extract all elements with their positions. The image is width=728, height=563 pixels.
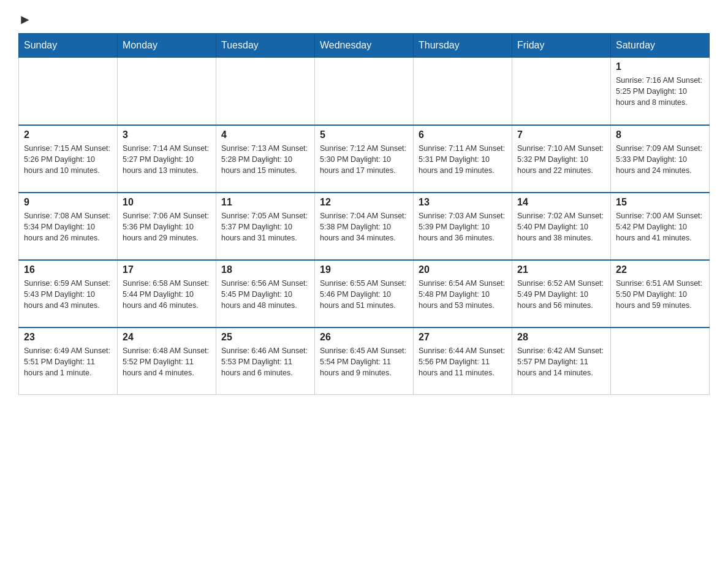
weekday-header-tuesday: Tuesday — [216, 34, 315, 58]
calendar-cell: 23Sunrise: 6:49 AM Sunset: 5:51 PM Dayli… — [19, 327, 118, 395]
day-info: Sunrise: 7:10 AM Sunset: 5:32 PM Dayligh… — [517, 143, 605, 176]
day-info: Sunrise: 6:49 AM Sunset: 5:51 PM Dayligh… — [24, 345, 112, 378]
day-info: Sunrise: 7:05 AM Sunset: 5:37 PM Dayligh… — [221, 210, 309, 243]
day-info: Sunrise: 6:54 AM Sunset: 5:48 PM Dayligh… — [419, 278, 507, 311]
calendar-cell: 22Sunrise: 6:51 AM Sunset: 5:50 PM Dayli… — [611, 260, 710, 327]
calendar-week-row: 16Sunrise: 6:59 AM Sunset: 5:43 PM Dayli… — [19, 260, 710, 327]
calendar-cell: 27Sunrise: 6:44 AM Sunset: 5:56 PM Dayli… — [414, 327, 512, 395]
calendar-cell: 11Sunrise: 7:05 AM Sunset: 5:37 PM Dayli… — [216, 193, 315, 260]
calendar-cell: 1Sunrise: 7:16 AM Sunset: 5:25 PM Daylig… — [611, 58, 710, 125]
calendar-cell: 17Sunrise: 6:58 AM Sunset: 5:44 PM Dayli… — [118, 260, 216, 327]
day-number: 16 — [24, 264, 112, 275]
day-info: Sunrise: 7:02 AM Sunset: 5:40 PM Dayligh… — [517, 210, 605, 243]
day-info: Sunrise: 7:11 AM Sunset: 5:31 PM Dayligh… — [419, 143, 507, 176]
day-info: Sunrise: 7:06 AM Sunset: 5:36 PM Dayligh… — [123, 210, 211, 243]
calendar-cell: 20Sunrise: 6:54 AM Sunset: 5:48 PM Dayli… — [414, 260, 512, 327]
weekday-header-row: SundayMondayTuesdayWednesdayThursdayFrid… — [19, 34, 710, 58]
day-info: Sunrise: 6:51 AM Sunset: 5:50 PM Dayligh… — [616, 278, 704, 311]
calendar-cell: 13Sunrise: 7:03 AM Sunset: 5:39 PM Dayli… — [414, 193, 512, 260]
calendar-cell: 24Sunrise: 6:48 AM Sunset: 5:52 PM Dayli… — [118, 327, 216, 395]
page-header: ► — [18, 12, 710, 27]
day-info: Sunrise: 6:58 AM Sunset: 5:44 PM Dayligh… — [123, 278, 211, 311]
calendar-cell: 18Sunrise: 6:56 AM Sunset: 5:45 PM Dayli… — [216, 260, 315, 327]
calendar-cell: 16Sunrise: 6:59 AM Sunset: 5:43 PM Dayli… — [19, 260, 118, 327]
day-number: 3 — [123, 129, 211, 140]
day-number: 12 — [320, 197, 408, 208]
day-number: 24 — [123, 332, 211, 343]
day-number: 17 — [123, 264, 211, 275]
day-number: 11 — [221, 197, 309, 208]
day-number: 7 — [517, 129, 605, 140]
day-number: 21 — [517, 264, 605, 275]
calendar-week-row: 1Sunrise: 7:16 AM Sunset: 5:25 PM Daylig… — [19, 58, 710, 125]
day-number: 13 — [419, 197, 507, 208]
day-number: 5 — [320, 129, 408, 140]
calendar-cell: 7Sunrise: 7:10 AM Sunset: 5:32 PM Daylig… — [512, 125, 611, 193]
calendar-cell — [19, 58, 118, 125]
day-info: Sunrise: 6:56 AM Sunset: 5:45 PM Dayligh… — [221, 278, 309, 311]
day-info: Sunrise: 6:55 AM Sunset: 5:46 PM Dayligh… — [320, 278, 408, 311]
day-info: Sunrise: 7:13 AM Sunset: 5:28 PM Dayligh… — [221, 143, 309, 176]
weekday-header-thursday: Thursday — [414, 34, 512, 58]
calendar-cell — [512, 58, 611, 125]
day-info: Sunrise: 6:48 AM Sunset: 5:52 PM Dayligh… — [123, 345, 211, 378]
day-number: 19 — [320, 264, 408, 275]
logo-top-line: ► — [18, 12, 32, 27]
day-number: 14 — [517, 197, 605, 208]
day-number: 25 — [221, 332, 309, 343]
weekday-header-sunday: Sunday — [19, 34, 118, 58]
calendar-cell: 21Sunrise: 6:52 AM Sunset: 5:49 PM Dayli… — [512, 260, 611, 327]
calendar-cell: 8Sunrise: 7:09 AM Sunset: 5:33 PM Daylig… — [611, 125, 710, 193]
day-info: Sunrise: 6:45 AM Sunset: 5:54 PM Dayligh… — [320, 345, 408, 378]
day-number: 2 — [24, 129, 112, 140]
day-info: Sunrise: 6:46 AM Sunset: 5:53 PM Dayligh… — [221, 345, 309, 378]
day-number: 8 — [616, 129, 704, 140]
day-number: 22 — [616, 264, 704, 275]
day-info: Sunrise: 7:04 AM Sunset: 5:38 PM Dayligh… — [320, 210, 408, 243]
day-info: Sunrise: 7:00 AM Sunset: 5:42 PM Dayligh… — [616, 210, 704, 243]
day-info: Sunrise: 7:14 AM Sunset: 5:27 PM Dayligh… — [123, 143, 211, 176]
day-number: 6 — [419, 129, 507, 140]
day-info: Sunrise: 6:52 AM Sunset: 5:49 PM Dayligh… — [517, 278, 605, 311]
calendar-cell: 3Sunrise: 7:14 AM Sunset: 5:27 PM Daylig… — [118, 125, 216, 193]
calendar-cell — [414, 58, 512, 125]
weekday-header-monday: Monday — [118, 34, 216, 58]
day-info: Sunrise: 6:42 AM Sunset: 5:57 PM Dayligh… — [517, 345, 605, 378]
calendar-week-row: 2Sunrise: 7:15 AM Sunset: 5:26 PM Daylig… — [19, 125, 710, 193]
day-number: 10 — [123, 197, 211, 208]
calendar-cell: 28Sunrise: 6:42 AM Sunset: 5:57 PM Dayli… — [512, 327, 611, 395]
day-info: Sunrise: 7:15 AM Sunset: 5:26 PM Dayligh… — [24, 143, 112, 176]
calendar-cell: 25Sunrise: 6:46 AM Sunset: 5:53 PM Dayli… — [216, 327, 315, 395]
calendar-cell — [216, 58, 315, 125]
day-number: 27 — [419, 332, 507, 343]
day-info: Sunrise: 7:12 AM Sunset: 5:30 PM Dayligh… — [320, 143, 408, 176]
day-info: Sunrise: 7:09 AM Sunset: 5:33 PM Dayligh… — [616, 143, 704, 176]
day-info: Sunrise: 6:59 AM Sunset: 5:43 PM Dayligh… — [24, 278, 112, 311]
day-info: Sunrise: 7:03 AM Sunset: 5:39 PM Dayligh… — [419, 210, 507, 243]
day-info: Sunrise: 6:44 AM Sunset: 5:56 PM Dayligh… — [419, 345, 507, 378]
calendar-table: SundayMondayTuesdayWednesdayThursdayFrid… — [18, 33, 710, 395]
day-number: 15 — [616, 197, 704, 208]
calendar-cell: 2Sunrise: 7:15 AM Sunset: 5:26 PM Daylig… — [19, 125, 118, 193]
day-number: 1 — [616, 61, 704, 72]
calendar-cell: 9Sunrise: 7:08 AM Sunset: 5:34 PM Daylig… — [19, 193, 118, 260]
calendar-cell — [315, 58, 414, 125]
calendar-cell: 6Sunrise: 7:11 AM Sunset: 5:31 PM Daylig… — [414, 125, 512, 193]
weekday-header-wednesday: Wednesday — [315, 34, 414, 58]
calendar-cell: 5Sunrise: 7:12 AM Sunset: 5:30 PM Daylig… — [315, 125, 414, 193]
day-number: 28 — [517, 332, 605, 343]
weekday-header-saturday: Saturday — [611, 34, 710, 58]
day-info: Sunrise: 7:16 AM Sunset: 5:25 PM Dayligh… — [616, 75, 704, 108]
calendar-cell — [611, 327, 710, 395]
day-number: 9 — [24, 197, 112, 208]
calendar-cell: 12Sunrise: 7:04 AM Sunset: 5:38 PM Dayli… — [315, 193, 414, 260]
weekday-header-friday: Friday — [512, 34, 611, 58]
calendar-cell: 26Sunrise: 6:45 AM Sunset: 5:54 PM Dayli… — [315, 327, 414, 395]
calendar-cell: 19Sunrise: 6:55 AM Sunset: 5:46 PM Dayli… — [315, 260, 414, 327]
calendar-cell: 14Sunrise: 7:02 AM Sunset: 5:40 PM Dayli… — [512, 193, 611, 260]
calendar-cell: 4Sunrise: 7:13 AM Sunset: 5:28 PM Daylig… — [216, 125, 315, 193]
day-number: 23 — [24, 332, 112, 343]
logo: ► — [18, 12, 32, 27]
calendar-cell: 10Sunrise: 7:06 AM Sunset: 5:36 PM Dayli… — [118, 193, 216, 260]
day-number: 26 — [320, 332, 408, 343]
